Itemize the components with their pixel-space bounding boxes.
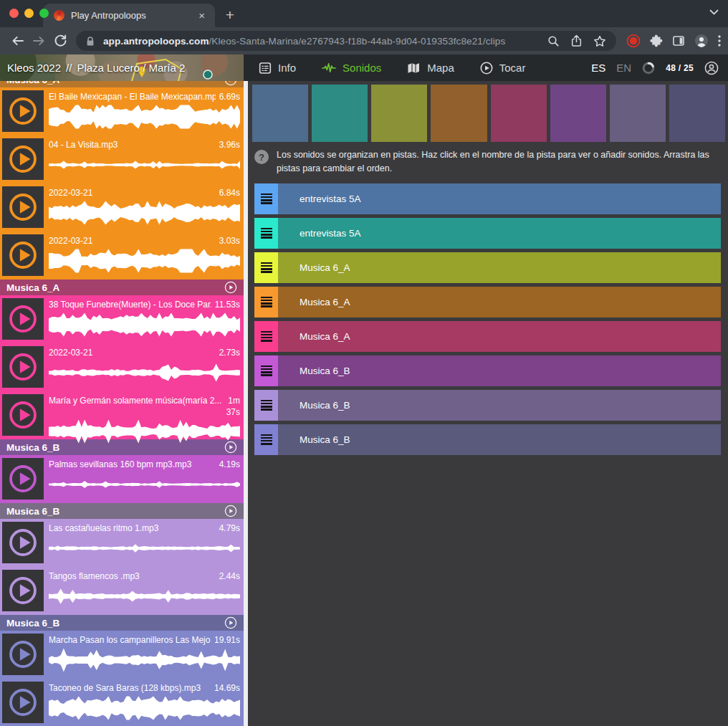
track-name-bar[interactable]: Musica 6_A bbox=[278, 287, 721, 317]
clip-play-tile[interactable] bbox=[2, 90, 44, 132]
audio-clip[interactable]: 2022-03-21 2.73s bbox=[0, 343, 244, 391]
track-drag-handle[interactable] bbox=[254, 252, 278, 283]
section-header[interactable]: Musica 6_A bbox=[0, 81, 244, 87]
track-color-swatch[interactable] bbox=[252, 85, 308, 142]
track-drag-handle[interactable] bbox=[254, 355, 278, 386]
extensions-puzzle-icon[interactable] bbox=[650, 34, 663, 47]
audio-clip[interactable]: María y Germán solamente música(maría 2.… bbox=[0, 391, 244, 439]
account-icon[interactable] bbox=[704, 61, 719, 75]
track-drag-handle[interactable] bbox=[254, 183, 278, 214]
section-header[interactable]: Musica 6_B bbox=[0, 615, 244, 631]
clip-play-tile[interactable] bbox=[2, 298, 44, 340]
language-es[interactable]: ES bbox=[591, 62, 605, 74]
audio-clip[interactable]: Taconeo de Sara Baras (128 kbps).mp3 14.… bbox=[0, 679, 244, 726]
audio-clip[interactable]: Marcha Pasan los campanilleros Las Mejor… bbox=[0, 631, 244, 679]
track-drag-handle[interactable] bbox=[254, 390, 278, 421]
tab-info-label: Info bbox=[278, 62, 296, 74]
track-color-swatch[interactable] bbox=[491, 85, 547, 142]
section-play-icon[interactable] bbox=[224, 81, 237, 86]
track-color-swatch[interactable] bbox=[431, 85, 487, 142]
back-icon[interactable] bbox=[7, 31, 27, 51]
audio-clip[interactable]: 2022-03-21 3.03s bbox=[0, 231, 244, 280]
side-panel-icon[interactable] bbox=[672, 34, 685, 47]
audio-clip[interactable]: 2022-03-21 6.84s bbox=[0, 183, 244, 231]
browser-tab[interactable]: Play Antropoloops × bbox=[43, 4, 215, 27]
clip-play-tile[interactable] bbox=[2, 186, 44, 228]
clip-play-tile[interactable] bbox=[2, 394, 44, 436]
clip-play-tile[interactable] bbox=[2, 682, 44, 723]
track-name-bar[interactable]: Musica 6_B bbox=[278, 424, 721, 455]
tab-tocar[interactable]: Tocar bbox=[480, 62, 526, 75]
tab-info[interactable]: Info bbox=[259, 62, 296, 75]
track-drag-handle[interactable] bbox=[254, 218, 278, 249]
section-header[interactable]: Musica 6_B bbox=[0, 503, 244, 519]
clip-play-tile[interactable] bbox=[2, 570, 44, 611]
track-name-bar[interactable]: Musica 6_B bbox=[278, 390, 721, 421]
audio-clip[interactable]: Tangos flamencos .mp3 2.44s bbox=[0, 567, 244, 615]
zoom-window-button[interactable] bbox=[39, 9, 49, 18]
section-play-icon[interactable] bbox=[224, 505, 237, 517]
profile-avatar-icon[interactable] bbox=[694, 34, 709, 48]
clip-play-icon[interactable] bbox=[7, 143, 39, 175]
section-play-icon[interactable] bbox=[224, 281, 237, 294]
close-window-button[interactable] bbox=[9, 9, 19, 18]
bookmark-star-icon[interactable] bbox=[593, 35, 606, 47]
share-icon[interactable] bbox=[570, 34, 583, 47]
clip-play-icon[interactable] bbox=[7, 191, 39, 223]
clip-play-tile[interactable] bbox=[2, 522, 44, 563]
clip-play-icon[interactable] bbox=[7, 399, 39, 431]
tab-tocar-label: Tocar bbox=[499, 62, 526, 74]
audio-clip[interactable]: Palmas sevillanas 160 bpm mp3.mp3 4.19s bbox=[0, 455, 244, 503]
forward-icon[interactable] bbox=[29, 31, 49, 51]
clip-play-tile[interactable] bbox=[2, 346, 44, 388]
clip-play-tile[interactable] bbox=[2, 138, 44, 180]
address-bar[interactable]: app.antropoloops.com/Kleos-Santa-Marina/… bbox=[76, 31, 616, 51]
track-drag-handle[interactable] bbox=[254, 287, 278, 317]
track-color-swatch[interactable] bbox=[371, 85, 427, 142]
track-name-bar[interactable]: Musica 6_B bbox=[278, 355, 721, 386]
audio-clip[interactable]: El Baile Mexicapan - El Baile Mexicapan.… bbox=[0, 87, 244, 135]
clip-play-icon[interactable] bbox=[7, 687, 39, 718]
track-row: Musica 6_B bbox=[254, 390, 721, 421]
tab-mapa[interactable]: Mapa bbox=[407, 62, 454, 75]
close-tab-icon[interactable]: × bbox=[196, 9, 208, 22]
clip-play-icon[interactable] bbox=[7, 575, 39, 606]
clip-play-icon[interactable] bbox=[7, 303, 39, 335]
section-header[interactable]: Musica 6_A bbox=[0, 280, 244, 295]
track-name-bar[interactable]: entrevistas 5A bbox=[278, 183, 721, 214]
track-color-swatch[interactable] bbox=[312, 85, 368, 142]
new-tab-button[interactable]: + bbox=[219, 4, 241, 26]
track-name-bar[interactable]: Musica 6_A bbox=[278, 252, 721, 283]
clip-play-tile[interactable] bbox=[2, 634, 44, 675]
audio-clip[interactable]: 04 - La Visita.mp3 3.96s bbox=[0, 135, 244, 183]
clip-play-tile[interactable] bbox=[2, 234, 44, 276]
track-drag-handle[interactable] bbox=[254, 424, 278, 455]
clip-play-icon[interactable] bbox=[7, 95, 39, 127]
clip-play-icon[interactable] bbox=[7, 351, 39, 383]
track-name-bar[interactable]: Musica 6_A bbox=[278, 321, 721, 352]
clip-play-icon[interactable] bbox=[7, 463, 39, 495]
language-en[interactable]: EN bbox=[616, 62, 631, 74]
track-name-bar[interactable]: entrevistas 5A bbox=[278, 218, 721, 249]
track-color-swatch[interactable] bbox=[669, 85, 725, 142]
breadcrumb-project[interactable]: Kleos 2022 bbox=[7, 62, 61, 74]
tab-sonidos[interactable]: Sonidos bbox=[322, 62, 381, 75]
clip-play-icon[interactable] bbox=[7, 527, 39, 558]
reload-icon[interactable] bbox=[50, 31, 70, 51]
track-color-swatch[interactable] bbox=[550, 85, 606, 142]
clip-play-icon[interactable] bbox=[7, 639, 39, 670]
menu-kebab-icon[interactable] bbox=[718, 35, 721, 47]
audio-clip[interactable]: Las castañuelas ritmo 1.mp3 4.79s bbox=[0, 519, 244, 567]
tab-search-chevron-icon[interactable] bbox=[709, 9, 719, 16]
audio-clip[interactable]: 38 Toque Funebre(Muerte) - Los Doce Par.… bbox=[0, 295, 244, 343]
minimize-window-button[interactable] bbox=[24, 9, 34, 18]
track-drag-handle[interactable] bbox=[254, 321, 278, 352]
clip-sections: Musica 6_A El Baile Mexicapan - El Baile… bbox=[0, 81, 244, 726]
page-zoom-icon[interactable] bbox=[547, 35, 560, 47]
breadcrumb[interactable]: Kleos 2022 // Plaza Lucero / María 2 bbox=[7, 54, 185, 81]
track-color-swatch[interactable] bbox=[610, 85, 666, 142]
clip-play-icon[interactable] bbox=[7, 239, 39, 271]
section-play-icon[interactable] bbox=[224, 616, 237, 629]
clip-play-tile[interactable] bbox=[2, 458, 44, 500]
record-extension-icon[interactable] bbox=[626, 34, 641, 48]
